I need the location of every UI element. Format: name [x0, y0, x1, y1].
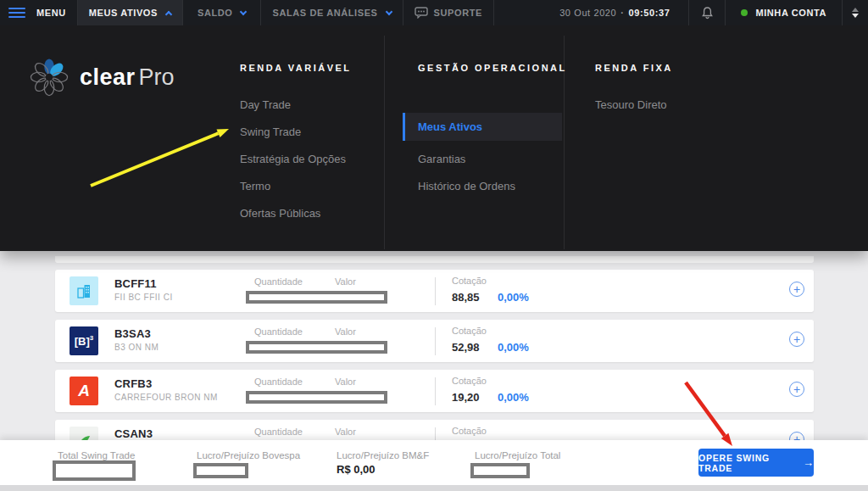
- bell-icon: [701, 6, 714, 20]
- divider: [493, 0, 494, 25]
- quantity-label: Quantidade: [254, 276, 303, 287]
- menu-item-ofertas-publicas[interactable]: Ofertas Públicas: [240, 199, 352, 226]
- clear-pro-dashboard: MENU MEUS ATIVOS SALDO SALAS DE ANÁLISES…: [0, 0, 868, 491]
- menu-item-estrategia-de-opcoes[interactable]: Estratégia de Opções: [240, 145, 352, 172]
- quantity-label: Quantidade: [254, 427, 303, 437]
- lucro-prejuizo-bovespa-label: Lucro/Prejuízo Bovespa: [197, 450, 300, 460]
- asset-ticker: CSAN3: [114, 427, 153, 440]
- asset-ticker: BCFF11: [114, 277, 157, 290]
- menu-item-day-trade[interactable]: Day Trade: [240, 91, 352, 118]
- divider: [435, 327, 436, 355]
- menu-item-garantias[interactable]: Garantias: [418, 145, 567, 172]
- expand-row-button[interactable]: +: [789, 382, 804, 397]
- plus-icon: +: [793, 283, 800, 295]
- quote-label: Cotação: [452, 426, 487, 436]
- minha-conta-button[interactable]: MINHA CONTA: [726, 0, 842, 25]
- plus-icon: +: [793, 333, 800, 345]
- summary-footer-bar: Total Swing Trade Lucro/Prejuízo Bovespa…: [0, 440, 868, 485]
- buildings-icon: [70, 276, 98, 305]
- top-navigation-bar: MENU MEUS ATIVOS SALDO SALAS DE ANÁLISES…: [0, 0, 868, 25]
- value-label: Valor: [335, 326, 356, 337]
- tab-meus-ativos[interactable]: MEUS ATIVOS: [78, 0, 182, 25]
- asset-ticker: B3SA3: [114, 327, 151, 340]
- date-time-separator: ·: [620, 8, 624, 18]
- date-text: 30 Out 2020: [559, 8, 616, 18]
- redacted-value-box: [246, 341, 387, 354]
- chevron-down-icon: [385, 8, 392, 14]
- menu-item-tesouro-direto[interactable]: Tesouro Direto: [595, 91, 673, 118]
- asset-row-crfb3: A CRFB3 CARREFOUR BRON NM Quantidade Val…: [55, 370, 814, 412]
- change-percent: 0,00%: [498, 341, 529, 354]
- quantity-label: Quantidade: [254, 377, 303, 387]
- asset-name: CARREFOUR BRON NM: [114, 393, 218, 402]
- quote-label: Cotação: [452, 276, 487, 286]
- scroll-up-icon: [852, 8, 859, 12]
- expand-row-button[interactable]: +: [789, 332, 804, 347]
- asset-row-bcff11: BCFF11 FII BC FFII CI Quantidade Valor C…: [55, 270, 814, 312]
- asset-name: B3 ON NM: [114, 343, 159, 352]
- mega-menu-panel: clearPro RENDA VARIÁVEL Day Trade Swing …: [0, 25, 868, 251]
- menu-column-renda-fixa: RENDA FIXA Tesouro Direto: [595, 63, 673, 118]
- change-percent: 0,00%: [498, 291, 529, 304]
- value-label: Valor: [335, 377, 356, 387]
- menu-item-termo[interactable]: Termo: [240, 172, 352, 199]
- chat-icon: [415, 7, 428, 19]
- redacted-value-box: [470, 463, 530, 478]
- quote-value: 19,20: [452, 391, 480, 404]
- online-status-dot: [741, 9, 748, 16]
- partial-asset-row: [55, 256, 814, 263]
- divider: [435, 377, 436, 405]
- notifications-button[interactable]: [689, 0, 725, 25]
- tab-saldo[interactable]: SALDO: [183, 0, 261, 25]
- divider: [435, 277, 436, 305]
- chevron-up-icon: [165, 11, 172, 18]
- clock-text: 09:50:37: [629, 8, 670, 18]
- flower-logo-icon: [30, 58, 69, 97]
- quantity-label: Quantidade: [254, 326, 303, 337]
- redacted-value-box: [246, 291, 387, 304]
- scroll-indicator[interactable]: [843, 0, 868, 25]
- menu-item-meus-ativos-active[interactable]: Meus Ativos: [403, 113, 562, 141]
- topbar-right-cluster: 30 Out 2020 · 09:50:37 MINHA CONTA: [559, 0, 868, 25]
- value-label: Valor: [335, 276, 356, 287]
- asset-name: FII BC FFII CI: [114, 293, 173, 302]
- carrefour-logo-icon: A: [70, 377, 98, 405]
- asset-row-b3sa3: [B]3 B3SA3 B3 ON NM Quantidade Valor Cot…: [55, 320, 814, 362]
- lucro-prejuizo-total-label: Lucro/Prejuízo Total: [475, 450, 560, 460]
- menu-column-divider: [384, 36, 385, 249]
- total-swing-trade-label: Total Swing Trade: [58, 450, 135, 460]
- b3-logo-icon: [B]3: [70, 326, 98, 355]
- quote-label: Cotação: [452, 326, 487, 336]
- chevron-down-icon: [240, 8, 247, 14]
- asset-ticker: CRFB3: [114, 377, 152, 390]
- page-bottom-strip: [0, 485, 868, 491]
- quote-label: Cotação: [452, 376, 487, 386]
- menu-item-swing-trade[interactable]: Swing Trade: [240, 118, 352, 145]
- quote-value: 88,85: [452, 291, 480, 304]
- column-header: RENDA FIXA: [595, 63, 673, 73]
- expand-row-button[interactable]: +: [789, 282, 804, 297]
- column-header: RENDA VARIÁVEL: [240, 63, 352, 73]
- redacted-value-box: [246, 391, 387, 404]
- clear-pro-logo[interactable]: clearPro: [30, 58, 175, 97]
- opere-swing-trade-button[interactable]: OPERE SWING TRADE →: [698, 449, 814, 477]
- tab-suporte[interactable]: SUPORTE: [403, 0, 493, 25]
- menu-button[interactable]: MENU: [25, 0, 77, 25]
- lucro-prejuizo-bmf-label: Lucro/Prejuízo BM&F: [337, 450, 429, 460]
- redacted-value-box: [53, 460, 136, 481]
- scroll-down-icon: [852, 14, 859, 18]
- change-percent: 0,00%: [498, 391, 529, 404]
- hamburger-icon[interactable]: [8, 8, 25, 18]
- quote-value: 52,98: [452, 341, 480, 354]
- menu-column-renda-variavel: RENDA VARIÁVEL Day Trade Swing Trade Est…: [240, 63, 352, 226]
- redacted-value-box: [193, 463, 248, 478]
- value-label: Valor: [335, 427, 356, 437]
- plus-icon: +: [793, 383, 800, 395]
- column-header: GESTÃO OPERACIONAL: [418, 63, 567, 73]
- brand-text: clearPro: [80, 64, 175, 91]
- tab-salas-de-analises[interactable]: SALAS DE ANÁLISES: [261, 0, 402, 25]
- menu-item-historico-de-ordens[interactable]: Histórico de Ordens: [418, 172, 567, 199]
- lucro-prejuizo-bmf-value: R$ 0,00: [337, 463, 376, 476]
- arrow-right-icon: →: [803, 456, 814, 469]
